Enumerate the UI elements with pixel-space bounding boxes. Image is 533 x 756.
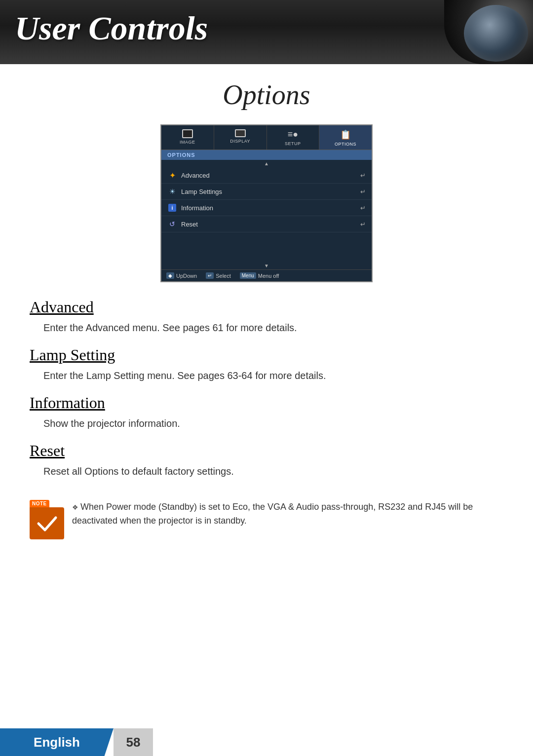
section-heading-lamp: Lamp Setting <box>30 346 503 364</box>
section-heading-advanced: Advanced <box>30 298 503 316</box>
osd-container: IMAGE DISPLAY ≡● SETUP 📋 <box>30 124 503 282</box>
bottom-bar: English 58 <box>0 728 533 756</box>
updown-key: ◆ <box>166 272 174 279</box>
tab-display-label: DISPLAY <box>230 139 250 144</box>
section-desc-advanced: Enter the Advanced menu. See pages 61 fo… <box>43 320 503 335</box>
star-icon: ✦ <box>167 170 177 180</box>
options-icon: 📋 <box>340 129 351 140</box>
tab-options-label: OPTIONS <box>335 142 356 147</box>
tab-image-label: IMAGE <box>180 140 195 145</box>
osd-tab-display[interactable]: DISPLAY <box>214 125 267 150</box>
section-heading-information: Information <box>30 394 503 412</box>
osd-lamp-label: Lamp Settings <box>181 188 360 195</box>
lens-inner <box>464 5 528 62</box>
checkmark-icon <box>36 514 58 533</box>
osd-information-arrow: ↵ <box>360 204 366 212</box>
language-tab[interactable]: English <box>0 728 114 756</box>
menuoff-label: Menu off <box>258 273 279 279</box>
osd-tab-setup[interactable]: ≡● SETUP <box>267 125 320 150</box>
osd-reset-arrow: ↵ <box>360 221 366 228</box>
osd-tab-options[interactable]: 📋 OPTIONS <box>319 125 372 150</box>
osd-item-advanced[interactable]: ✦ Advanced ↵ <box>161 167 372 184</box>
osd-footer-select: ↵ Select <box>206 272 231 279</box>
section-desc-reset: Reset all Options to default factory set… <box>43 464 503 479</box>
note-icon-container: NOTE <box>30 498 64 539</box>
section-heading-reset: Reset <box>30 442 503 460</box>
osd-reset-label: Reset <box>181 221 360 228</box>
lens-decoration <box>444 0 533 64</box>
tab-setup-label: SETUP <box>285 141 301 146</box>
osd-tab-image[interactable]: IMAGE <box>161 125 214 150</box>
osd-footer-menuoff: Menu Menu off <box>240 272 279 279</box>
osd-scroll-down[interactable]: ▼ <box>161 262 372 269</box>
menuoff-key: Menu <box>240 272 256 279</box>
osd-lamp-arrow: ↵ <box>360 188 366 195</box>
setup-icon: ≡● <box>288 129 298 140</box>
osd-menu: IMAGE DISPLAY ≡● SETUP 📋 <box>160 124 373 282</box>
osd-item-lamp[interactable]: ☀ Lamp Settings ↵ <box>161 184 372 200</box>
page-title: User Controls <box>15 9 518 48</box>
note-text-block: When Power mode (Standby) is set to Eco,… <box>72 498 503 528</box>
main-content: Options IMAGE DISPLAY <box>0 64 533 559</box>
updown-label: UpDown <box>176 273 197 279</box>
section-desc-information: Show the projector information. <box>43 416 503 431</box>
header: User Controls <box>0 0 533 64</box>
note-text: When Power mode (Standby) is set to Eco,… <box>72 500 503 528</box>
osd-spacer <box>161 232 372 262</box>
page-number: 58 <box>114 728 153 756</box>
display-icon <box>235 129 246 137</box>
info-icon: i <box>167 203 177 213</box>
page-subtitle: Options <box>30 79 503 111</box>
select-label: Select <box>216 273 231 279</box>
section-desc-lamp: Enter the Lamp Setting menu. See pages 6… <box>43 368 503 383</box>
osd-tabs: IMAGE DISPLAY ≡● SETUP 📋 <box>161 125 372 150</box>
osd-section-header: OPTIONS <box>161 150 372 160</box>
lamp-icon: ☀ <box>167 187 177 196</box>
osd-advanced-label: Advanced <box>181 172 360 179</box>
select-key: ↵ <box>206 272 214 279</box>
note-checkmark-box <box>30 507 64 539</box>
osd-scroll-up[interactable]: ▲ <box>161 160 372 167</box>
reset-icon: ↺ <box>167 219 177 229</box>
osd-advanced-arrow: ↵ <box>360 172 366 179</box>
osd-information-label: Information <box>181 204 360 212</box>
note-badge: NOTE <box>30 500 49 507</box>
osd-item-information[interactable]: i Information ↵ <box>161 200 372 216</box>
monitor-icon <box>182 129 193 138</box>
osd-footer-updown: ◆ UpDown <box>166 272 197 279</box>
note-section: NOTE When Power mode (Standby) is set to… <box>30 498 503 539</box>
osd-item-reset[interactable]: ↺ Reset ↵ <box>161 216 372 232</box>
osd-footer: ◆ UpDown ↵ Select Menu Menu off <box>161 269 372 281</box>
